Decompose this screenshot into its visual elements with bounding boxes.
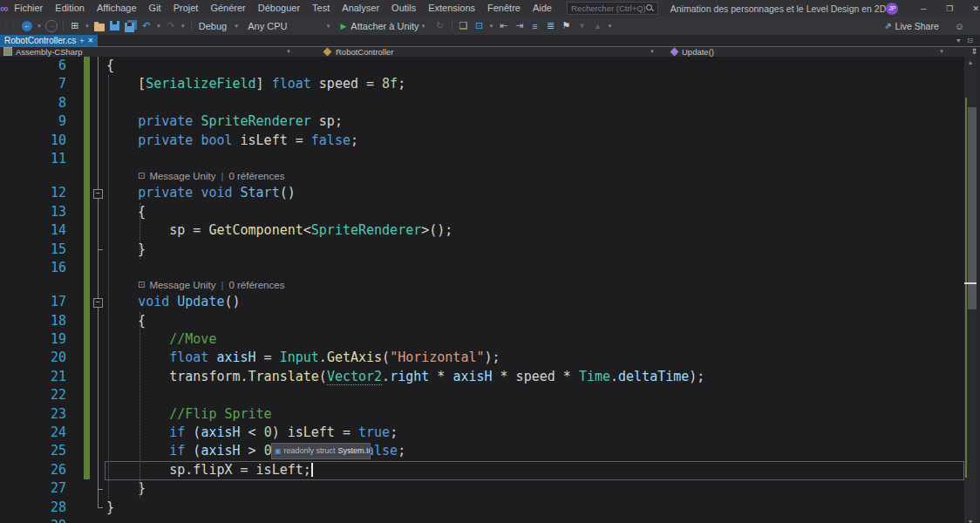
dropdown-caret-icon[interactable]: ▼ <box>487 24 496 29</box>
line-number[interactable]: 8 <box>0 94 66 112</box>
dropdown-caret-icon[interactable]: ▼ <box>83 24 92 29</box>
dropdown-caret-icon[interactable]: ▼ <box>179 24 187 29</box>
type-dropdown[interactable]: RobotController ▼ <box>296 47 660 58</box>
code-line[interactable]: 26 sp.flipX = isLeft; <box>0 461 964 479</box>
line-number[interactable]: 22 <box>0 386 66 404</box>
undo-icon[interactable]: ↶ <box>139 18 154 34</box>
line-number[interactable]: 27 <box>0 479 66 498</box>
code-line[interactable]: 23 //Flip Sprite <box>0 405 964 424</box>
line-number[interactable]: 24 <box>0 424 66 442</box>
line-number[interactable]: 26 <box>0 461 66 479</box>
preview-window-icon[interactable]: ⊡ <box>472 18 487 34</box>
platform-dropdown[interactable]: Any CPU▼ <box>244 18 336 33</box>
bookmark-icon[interactable]: ⚑ <box>558 18 574 34</box>
hot-reload-icon[interactable]: ↻ <box>432 18 448 34</box>
codelens-indicator[interactable]: ⊡Message Unity|0 références <box>0 168 964 184</box>
close-button[interactable]: ✕ <box>963 0 980 17</box>
redo-icon[interactable]: ↷ <box>163 18 179 34</box>
save-all-icon[interactable] <box>123 18 139 34</box>
menu-fenêtre[interactable]: Fenêtre <box>481 3 527 13</box>
nav-back-icon[interactable]: ← <box>19 18 35 34</box>
toolbar-grip[interactable]: ⋮⋮ <box>0 22 19 31</box>
code-line[interactable]: 25 if (axisH > 0) isLeft = false;▣readon… <box>0 442 964 460</box>
restore-button[interactable]: ❐ <box>936 0 963 17</box>
line-number[interactable]: 6 <box>0 57 66 75</box>
line-number[interactable]: 28 <box>0 499 66 517</box>
new-item-icon[interactable]: ⊞ <box>67 18 83 34</box>
line-number[interactable]: 12 <box>0 184 66 202</box>
project-dropdown[interactable]: Assembly-CSharp ▼ <box>0 47 296 58</box>
line-number[interactable]: 19 <box>0 330 66 349</box>
minimize-button[interactable]: ─ <box>910 0 936 17</box>
code-line[interactable]: 20 float axisH = Input.GetAxis("Horizont… <box>0 349 964 367</box>
line-number[interactable]: 16 <box>0 259 66 277</box>
code-line[interactable]: 24 if (axisH < 0) isLeft = true; <box>0 424 964 442</box>
live-share-button[interactable]: ⇗ Live Share <box>877 21 946 31</box>
sync-active-document-icon[interactable]: ❏ <box>456 18 472 34</box>
code-line[interactable]: 8 <box>0 94 964 112</box>
open-folder-icon[interactable] <box>92 18 107 34</box>
search-input[interactable]: Rechercher (Ctrl+Q) <box>567 2 658 15</box>
menu-analyser[interactable]: Analyser <box>336 3 385 13</box>
line-number[interactable]: 11 <box>0 150 66 168</box>
code-editor[interactable]: 6{7 [SerializeField] float speed = 8f;89… <box>0 57 964 523</box>
tab-robotcontroller[interactable]: RobotController.cs + ✕ <box>0 35 98 46</box>
code-line[interactable]: 16 <box>0 259 964 277</box>
code-line[interactable]: 11 <box>0 150 964 168</box>
code-line[interactable]: 6{ <box>0 57 964 75</box>
debug-config-dropdown[interactable]: Debug▼ <box>195 18 244 33</box>
dropdown-caret-icon[interactable]: ▼ <box>154 24 163 29</box>
code-line[interactable]: 22 <box>0 386 964 404</box>
line-number[interactable]: 20 <box>0 349 66 367</box>
member-dropdown[interactable]: Update() ▼ <box>660 47 948 58</box>
code-line[interactable]: 7 [SerializeField] float speed = 8f; <box>0 75 964 93</box>
code-line[interactable]: 15 } <box>0 241 964 259</box>
uncomment-icon[interactable]: ≣ <box>542 18 558 34</box>
nav-forward-icon[interactable]: → <box>44 18 59 34</box>
menu-git[interactable]: Git <box>143 3 167 13</box>
code-line[interactable]: 13 { <box>0 203 964 221</box>
avatar[interactable]: JP <box>886 3 898 15</box>
code-line[interactable]: 12 private void Start()− <box>0 184 964 202</box>
code-line[interactable]: 10 private bool isLeft = false; <box>0 132 964 150</box>
menu-edition[interactable]: Edition <box>49 3 91 13</box>
menu-générer[interactable]: Générer <box>204 3 251 13</box>
line-number[interactable]: 13 <box>0 203 66 221</box>
menu-déboguer[interactable]: Déboguer <box>252 3 306 13</box>
line-number[interactable]: 25 <box>0 442 66 460</box>
dropdown-caret-icon[interactable]: ▼ <box>35 24 44 29</box>
menu-projet[interactable]: Projet <box>167 3 205 13</box>
code-line[interactable]: 14 sp = GetComponent<SpriteRenderer>(); <box>0 221 964 240</box>
feedback-icon[interactable]: ☺ <box>946 21 973 31</box>
collapse-region-icon[interactable]: − <box>93 298 103 308</box>
menu-aide[interactable]: Aide <box>527 3 558 13</box>
scroll-down-arrow-icon[interactable]: ▼ <box>964 516 977 523</box>
line-number[interactable]: 15 <box>0 241 66 259</box>
line-number[interactable]: 7 <box>0 75 66 93</box>
bookmark-prev-icon[interactable]: ▾ <box>574 18 589 34</box>
code-line[interactable]: 27 } <box>0 479 964 498</box>
comment-icon[interactable]: ≡ <box>527 18 542 34</box>
vertical-scrollbar[interactable]: ▲ ▼ <box>964 57 977 523</box>
menu-fichier[interactable]: Fichier <box>8 3 49 13</box>
line-number[interactable]: 29 <box>0 517 66 523</box>
save-icon[interactable] <box>107 18 123 34</box>
code-line[interactable]: 28} <box>0 499 964 517</box>
scroll-up-arrow-icon[interactable]: ▲ <box>964 57 977 67</box>
pin-icon[interactable]: + <box>76 37 87 45</box>
menu-test[interactable]: Test <box>306 3 336 13</box>
line-number[interactable]: 23 <box>0 405 66 424</box>
menu-outils[interactable]: Outils <box>385 3 422 13</box>
collapse-region-icon[interactable]: − <box>93 189 103 199</box>
dropdown-caret-icon[interactable]: ▼ <box>605 24 614 29</box>
line-up-icon[interactable]: ⇤ <box>495 18 511 34</box>
window-list-icon[interactable]: ⊡ <box>963 37 977 44</box>
menu-affichage[interactable]: Affichage <box>91 3 143 13</box>
line-down-icon[interactable]: ⇥ <box>511 18 527 34</box>
line-number[interactable]: 9 <box>0 112 66 131</box>
code-line[interactable]: 19 //Move <box>0 330 964 349</box>
attach-to-unity-button[interactable]: ▶Attacher à Unity▼ <box>336 21 432 31</box>
codelens-indicator[interactable]: ⊡Message Unity|0 références <box>0 277 964 293</box>
menu-extensions[interactable]: Extensions <box>422 3 481 13</box>
tab-overflow-chevron-icon[interactable]: ▾ <box>953 37 963 44</box>
